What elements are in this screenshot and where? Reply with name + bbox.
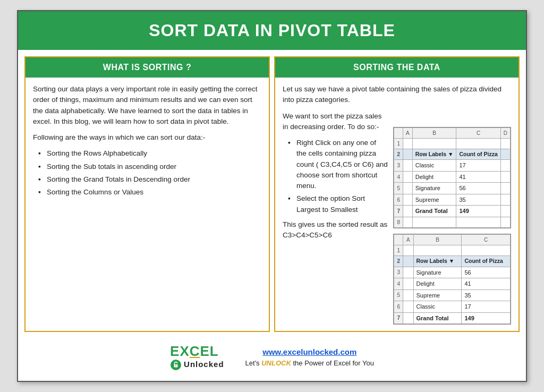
left-col-body: Sorting our data plays a very important … [26,78,269,208]
logo: E X C E L Unlocked [170,344,224,371]
left-col-header: WHAT IS SORTING ? [26,57,269,78]
pivot-table-1: A B C D 1 2 [394,127,511,228]
left-bullets: Sorting the Rows Alphabetically Sorting … [33,148,261,198]
two-col-layout: WHAT IS SORTING ? Sorting our data plays… [18,50,526,332]
list-item: Sorting the Grand Totals in Descending o… [38,174,261,185]
tagline-bold: UNLOCK [261,359,291,367]
pivot-table-2: A B C 1 2 [394,234,511,324]
table-row: 6 Supreme35 [394,194,511,206]
website-url[interactable]: www.excelunlocked.com [262,347,356,356]
list-item: Right Click on any one of the cells cont… [288,138,388,191]
right-para2: We want to sort the pizza sales in decre… [283,111,388,133]
table-row: 4 Delight41 [394,278,511,290]
table-row: 5 Supreme35 [394,289,511,301]
right-heading: SORTING THE DATA [353,63,440,72]
list-item: Sorting the Columns or Values [38,187,261,198]
left-column: WHAT IS SORTING ? Sorting our data plays… [24,56,270,332]
tagline-prefix: Let's [245,359,262,367]
list-item: Select the option Sort Largest to Smalle… [288,193,388,215]
table-row: 3 Signature56 [394,267,511,278]
svg-point-2 [175,365,176,366]
right-column: SORTING THE DATA Let us say we have a pi… [274,56,520,332]
right-top-layout: We want to sort the pizza sales in decre… [283,111,511,325]
table-row: A B C D [394,127,511,138]
table-row: 2 Row Labels ▼ Count of Pizza [394,255,511,267]
page-title: SORT DATA IN PIVOT TABLE [149,21,395,40]
pivot-table-2-container: A B C 1 2 [393,234,511,325]
lock-icon [170,359,182,371]
unlocked-label: Unlocked [184,360,224,369]
table-row: 5 Signature56 [394,183,511,194]
main-card: SORT DATA IN PIVOT TABLE WHAT IS SORTING… [17,10,527,382]
logo-letter-c: C [190,344,200,359]
logo-area: E X C E L Unlocked [170,344,224,371]
right-para1: Let us say we have a pivot table contain… [283,84,511,106]
table-row: 8 [394,217,511,227]
tagline-suffix: the Power of Excel for You [291,359,374,367]
table-row: 3 Classic17 [394,160,511,172]
table-row: 6 Classic17 [394,301,511,313]
tagline: Let's UNLOCK the Power of Excel for You [245,359,374,367]
left-para2: Following are the ways in which we can s… [33,132,261,143]
page-header: SORT DATA IN PIVOT TABLE [18,11,526,50]
table-row: 4 Delight41 [394,171,511,183]
website-link[interactable]: www.excelunlocked.com [245,347,374,357]
right-bullets: Right Click on any one of the cells cont… [283,138,388,215]
footer: E X C E L Unlocked [18,336,526,378]
excel-logo-text: E X C E L [170,344,219,359]
footer-right: www.excelunlocked.com Let's UNLOCK the P… [245,347,374,367]
logo-letter-x: X [180,344,189,359]
left-para1: Sorting our data plays a very important … [33,84,261,127]
table-row: 1 [394,245,511,255]
right-col-header: SORTING THE DATA [275,57,518,78]
logo-letter-l: L [210,344,219,359]
right-para3: This gives us the sorted result as C3>C4… [283,219,388,241]
unlocked-row: Unlocked [170,359,224,371]
right-tables-area: A B C D 1 2 [393,111,511,325]
right-col-body: Let us say we have a pivot table contain… [275,78,518,331]
table-row: 7 Grand Total149 [394,312,511,324]
table-row: 2 Row Labels ▼ Count of Pizza [394,149,511,160]
list-item: Sorting the Sub totals in ascending orde… [38,161,261,172]
left-heading: WHAT IS SORTING ? [103,63,191,72]
table-row: A B C [394,234,511,245]
table-row: 7 Grand Total149 [394,206,511,217]
list-item: Sorting the Rows Alphabetically [38,148,261,159]
logo-letter-e1: E [170,344,180,359]
logo-letter-e2: E [200,344,210,359]
table-row: 1 [394,138,511,149]
pivot-table-1-container: A B C D 1 2 [393,127,511,228]
right-text-area: We want to sort the pizza sales in decre… [283,111,388,246]
